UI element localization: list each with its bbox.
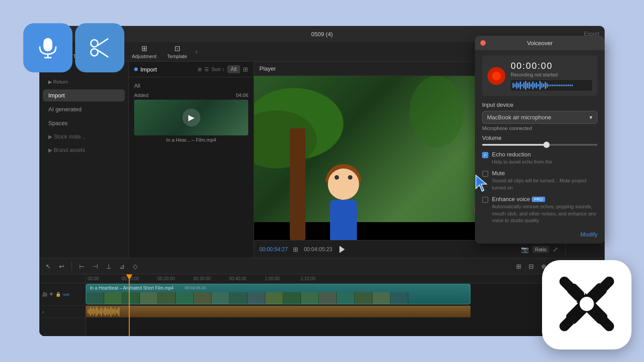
- sidebar-tab-ai[interactable]: AI generated: [43, 103, 125, 115]
- timeline-keyframe-btn[interactable]: ◇: [130, 261, 140, 272]
- timeline-undo-btn[interactable]: ↩: [56, 261, 67, 272]
- timeline-crop-btn[interactable]: ⊥: [103, 261, 114, 272]
- vo-mute-text: Mute Sound all clips will be turned... M…: [492, 170, 597, 191]
- timeline-toolbar: ↖ ↩ ⊢ ⊣ ⊥ ⊿ ◇ ⊞ ⊟ ⊕ ⊖ ◫ — ⚙: [39, 258, 605, 274]
- import-dot: [134, 67, 138, 71]
- bg-foliage-mid: [410, 76, 463, 147]
- vo-mute-row: Mute Sound all clips will be turned... M…: [482, 170, 597, 191]
- tl-tool-2[interactable]: ⊟: [526, 261, 537, 272]
- toolbar-adjustment[interactable]: ⊞ Adjustment: [127, 42, 161, 61]
- timeline-marker-btn[interactable]: ⊿: [117, 261, 127, 272]
- vo-enhance-checkbox[interactable]: [482, 197, 488, 203]
- eye-btn[interactable]: 👁: [49, 292, 54, 297]
- aw-2: [89, 308, 90, 315]
- svg-point-15: [580, 297, 594, 311]
- wv-b18: [543, 84, 544, 87]
- vo-volume-fill: [482, 144, 546, 146]
- adjustment-icon: ⊞: [141, 44, 147, 53]
- sidebar-tab-import[interactable]: Import: [43, 89, 125, 101]
- aw-3: [90, 307, 91, 316]
- toolbar-more-btn[interactable]: ›: [195, 48, 197, 56]
- video-track[interactable]: In a Heartbeat – Animated Short Film.mp4…: [86, 283, 605, 306]
- ruler-mark-5: 1:00:00: [265, 276, 301, 281]
- vo-echo-title: Echo reduction: [492, 151, 597, 158]
- audio-clip[interactable]: [86, 306, 470, 317]
- vo-volume-thumb[interactable]: [543, 142, 550, 148]
- vo-enhance-title-row: Enhance voice PRO: [492, 196, 597, 202]
- ruler-mark-0: 00:00: [86, 276, 122, 281]
- play-button[interactable]: [336, 243, 348, 256]
- voiceover-panel: Voiceover 00:00:00 Recording not started: [475, 36, 605, 244]
- vo-mute-checkbox[interactable]: [482, 171, 488, 177]
- wv-b24: [554, 84, 555, 86]
- sidebar-tabs: ◀ Studio ▶ Return Import AI generated Sp…: [39, 62, 128, 160]
- toolbar-template[interactable]: ⊡ Template: [163, 42, 192, 61]
- scissors-app-icon[interactable]: [75, 23, 124, 72]
- thumb-2: [104, 292, 122, 304]
- back-btn[interactable]: ▶ Return: [43, 76, 125, 88]
- lock-btn[interactable]: 🔒: [55, 292, 61, 297]
- vo-mute-title: Mute: [492, 170, 597, 177]
- aw-17: [109, 309, 110, 314]
- sidebar-stock-materials[interactable]: ▶ Stock mate...: [43, 131, 125, 143]
- thumb-12: [283, 292, 301, 304]
- media-options-btn[interactable]: ⊞: [243, 66, 248, 73]
- wv-b1: [513, 83, 514, 88]
- thumb-3: [122, 292, 140, 304]
- thumb-17: [373, 292, 390, 304]
- vo-volume-slider[interactable]: [482, 144, 597, 146]
- aw-8: [97, 308, 98, 315]
- vo-device-dropdown[interactable]: MacBook air microphone ▾: [482, 111, 597, 124]
- timeline-ruler: 00:00 00:10:00 00:20:00 00:30:00 00:40:0…: [86, 274, 605, 283]
- list-view-btn[interactable]: ☰: [204, 67, 209, 72]
- template-icon: ⊡: [174, 44, 180, 53]
- svg-marker-7: [339, 246, 345, 253]
- vo-recording-area: 00:00:00 Recording not started: [482, 55, 597, 96]
- vo-record-btn[interactable]: [487, 67, 505, 85]
- screenshot-btn[interactable]: 📷: [519, 244, 530, 255]
- grid-layout-btn[interactable]: ⊞: [291, 244, 300, 255]
- audio-track[interactable]: [86, 306, 605, 318]
- vo-close-btn[interactable]: [480, 40, 486, 46]
- mic-app-icon[interactable]: [23, 23, 72, 72]
- aw-18: [110, 307, 111, 317]
- vo-device-name: MacBook air microphone: [487, 114, 551, 121]
- vo-modify-btn[interactable]: Modify: [580, 231, 597, 238]
- video-clip[interactable]: In a Heartbeat – Animated Short Film.mp4…: [86, 284, 470, 304]
- media-thumbnail[interactable]: ▶: [134, 100, 248, 135]
- grid-view-btn[interactable]: ⊞: [198, 67, 202, 72]
- all-filter-btn[interactable]: All: [227, 65, 240, 73]
- aw-15: [106, 309, 107, 314]
- aw-9: [98, 310, 99, 314]
- thumb-5: [158, 292, 176, 304]
- timeline-trim-btn[interactable]: ⊣: [90, 261, 101, 272]
- sort-btn[interactable]: Sort ↕: [212, 67, 225, 72]
- timeline-select-btn[interactable]: ↖: [43, 261, 54, 272]
- sidebar-tab-spaces[interactable]: Spaces: [43, 117, 125, 129]
- thumb-6: [176, 292, 194, 304]
- audio-icon: ♪: [42, 309, 44, 314]
- fullscreen-btn[interactable]: ⤢: [551, 244, 560, 255]
- ruler-mark-2: 00:20:00: [157, 276, 193, 281]
- ruler-mark-4: 00:40:00: [229, 276, 265, 281]
- aw-12: [102, 310, 103, 313]
- sidebar-brand-assets[interactable]: ▶ Brand assets: [43, 144, 125, 156]
- ratio-badge[interactable]: Ratio: [532, 246, 549, 253]
- vo-rec-dot: [492, 72, 501, 80]
- tl-tool-1[interactable]: ⊞: [513, 261, 524, 272]
- media-all-label: All: [134, 83, 248, 89]
- thumb-13: [301, 292, 319, 304]
- vo-echo-checkbox[interactable]: ✓: [482, 152, 488, 158]
- wv-b27: [559, 84, 560, 86]
- wv-b31: [566, 84, 568, 86]
- capcut-logo-svg: [555, 273, 618, 335]
- expand-btn[interactable]: ›ver: [63, 292, 70, 297]
- wv-b25: [555, 84, 557, 86]
- aw-5: [93, 307, 94, 316]
- toolbar-divider-1: [72, 262, 72, 271]
- vo-input-device-label: Input device: [482, 101, 597, 108]
- vo-title: Voiceover: [527, 40, 552, 46]
- wv-b13: [534, 83, 535, 88]
- timeline-split-btn[interactable]: ⊢: [76, 261, 87, 272]
- thumb-16: [355, 292, 373, 304]
